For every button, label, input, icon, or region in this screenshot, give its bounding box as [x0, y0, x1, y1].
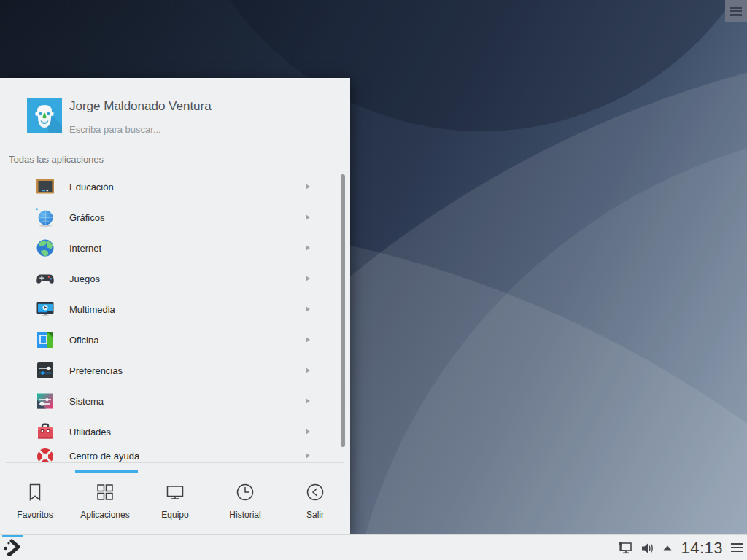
history-clock-icon	[234, 481, 256, 503]
hamburger-icon	[730, 10, 742, 12]
multimedia-player-icon	[35, 299, 55, 319]
help-lifebuoy-icon	[35, 446, 55, 462]
active-launcher-indicator	[2, 535, 23, 537]
breadcrumb-all-applications[interactable]: Todas las aplicaciones	[9, 154, 104, 165]
system-tray: 14:13	[618, 535, 743, 560]
launcher-tabbar: Favoritos Aplicaciones Equipo	[0, 463, 350, 535]
preferences-sliders-icon	[35, 360, 55, 381]
user-name: Jorge Maldonado Ventura	[69, 99, 212, 114]
category-graficos[interactable]: Gráficos	[0, 202, 350, 233]
category-preferencias[interactable]: Preferencias	[0, 355, 350, 386]
volume-icon[interactable]	[640, 542, 654, 554]
category-multimedia[interactable]: Multimedia	[0, 294, 350, 324]
games-gamepad-icon	[35, 268, 55, 289]
submenu-arrow-icon	[306, 306, 310, 312]
overflow-menu-icon[interactable]	[731, 543, 743, 553]
submenu-arrow-icon	[306, 276, 310, 281]
submenu-arrow-icon	[306, 184, 310, 190]
application-launcher-button[interactable]	[0, 535, 26, 560]
category-centro-de-ayuda[interactable]: Centro de ayuda	[0, 440, 350, 462]
office-document-icon	[35, 330, 55, 350]
application-category-list: Educación Gráficos	[0, 171, 350, 462]
user-avatar[interactable]	[27, 98, 62, 133]
category-oficina[interactable]: Oficina	[0, 324, 350, 355]
submenu-arrow-icon	[306, 368, 310, 373]
tab-salir[interactable]: Salir	[280, 463, 350, 535]
expand-arrow-icon[interactable]	[662, 545, 673, 551]
tab-aplicaciones[interactable]: Aplicaciones	[70, 463, 140, 535]
tab-favoritos[interactable]: Favoritos	[0, 463, 70, 535]
computer-icon	[164, 481, 186, 503]
tab-historial[interactable]: Historial	[210, 463, 280, 535]
education-chalkboard-icon	[35, 176, 55, 197]
network-icon[interactable]	[618, 542, 632, 555]
submenu-arrow-icon	[306, 214, 310, 220]
applications-grid-icon	[94, 481, 116, 503]
taskbar-panel: 14:13	[0, 534, 747, 560]
internet-globe-icon	[35, 238, 55, 258]
scrollbar-thumb[interactable]	[341, 174, 345, 447]
panel-clock[interactable]: 14:13	[681, 539, 723, 558]
bookmark-icon	[24, 481, 46, 503]
submenu-arrow-icon	[306, 398, 310, 404]
category-educacion[interactable]: Educación	[0, 171, 350, 202]
leave-icon	[304, 481, 326, 503]
tab-equipo[interactable]: Equipo	[140, 463, 210, 535]
desktop-toolbox-button[interactable]	[725, 0, 747, 22]
submenu-arrow-icon	[306, 245, 310, 251]
submenu-arrow-icon	[306, 453, 310, 459]
utilities-toolbox-icon	[35, 421, 55, 442]
kicker-logo-icon	[2, 538, 24, 559]
submenu-arrow-icon	[306, 337, 310, 343]
category-internet[interactable]: Internet	[0, 233, 350, 263]
search-input[interactable]	[69, 124, 288, 135]
application-launcher-popup: Jorge Maldonado Ventura Todas las aplica…	[0, 78, 350, 535]
submenu-arrow-icon	[306, 429, 310, 435]
category-sistema[interactable]: Sistema	[0, 386, 350, 416]
category-juegos[interactable]: Juegos	[0, 263, 350, 294]
graphics-sphere-icon	[35, 207, 55, 228]
system-settings-icon	[35, 391, 55, 411]
